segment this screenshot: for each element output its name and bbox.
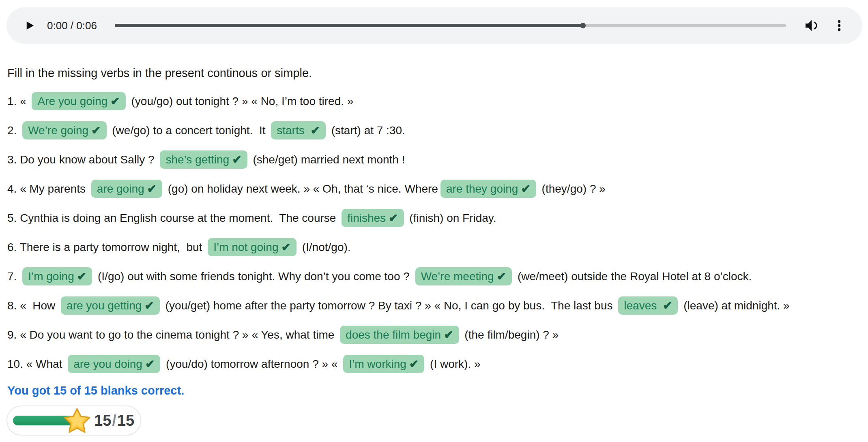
answer-chip[interactable]: I’m working✔ bbox=[343, 355, 424, 373]
sentence-text: 8. « How bbox=[7, 299, 58, 312]
audio-timeline[interactable] bbox=[115, 24, 786, 27]
check-icon: ✔ bbox=[521, 182, 530, 195]
score-total: 15 bbox=[117, 412, 134, 429]
answer-text: We’re meeting bbox=[421, 270, 494, 283]
sentence-text: (you/go) out tonight ? » « No, I’m too t… bbox=[128, 95, 354, 107]
answer-chip[interactable]: I’m not going✔ bbox=[208, 238, 296, 256]
check-icon: ✔ bbox=[281, 241, 290, 253]
answer-text: starts bbox=[277, 124, 307, 137]
exercise-line: 4. « My parents are going✔ (go) on holid… bbox=[7, 180, 862, 198]
answer-text: are going bbox=[97, 182, 144, 195]
sentence-text: 9. « Do you want to go to the cinema ton… bbox=[7, 328, 337, 341]
sentence-text: 10. « What bbox=[7, 358, 65, 370]
answer-chip[interactable]: leaves ✔ bbox=[618, 296, 678, 315]
sentence-text: (she/get) married next month ! bbox=[250, 153, 405, 166]
exercise-line: 3. Do you know about Sally ? she’s getti… bbox=[7, 150, 862, 169]
sentence-text: 1. « bbox=[7, 95, 29, 107]
check-icon: ✔ bbox=[110, 95, 120, 107]
volume-button[interactable] bbox=[802, 16, 821, 35]
exercise-line: 2. We’re going✔ (we/go) to a concert ton… bbox=[7, 121, 862, 140]
audio-time: 0:00 / 0:06 bbox=[47, 19, 97, 32]
sentence-text: 2. bbox=[7, 124, 20, 137]
check-icon: ✔ bbox=[409, 358, 419, 370]
answer-chip[interactable]: does the film begin✔ bbox=[340, 326, 459, 344]
exercise-line: 7. I’m going✔ (I/go) out with some frien… bbox=[7, 267, 862, 286]
answer-text: I’m not going bbox=[213, 241, 278, 253]
check-icon: ✔ bbox=[311, 124, 320, 137]
answer-text: Are you going bbox=[37, 95, 107, 107]
answer-text: finishes bbox=[347, 212, 386, 224]
answer-chip[interactable]: she’s getting✔ bbox=[160, 150, 247, 169]
answer-chip[interactable]: Are you going✔ bbox=[32, 92, 125, 110]
sentence-text: (you/do) tomorrow afternoon ? » « bbox=[163, 358, 341, 370]
answer-chip[interactable]: are you getting✔ bbox=[61, 296, 160, 315]
exercise-line: 8. « How are you getting✔ (you/get) home… bbox=[7, 296, 862, 315]
sentence-text: (the film/begin) ? » bbox=[462, 328, 559, 341]
check-icon: ✔ bbox=[91, 124, 101, 137]
kebab-menu-icon bbox=[832, 19, 846, 32]
sentence-text: (I/go) out with some friends tonight. Wh… bbox=[95, 270, 413, 283]
play-icon bbox=[23, 19, 35, 32]
exercise-line: 6. There is a party tomorrow night, but … bbox=[7, 238, 862, 257]
answer-chip[interactable]: are you doing✔ bbox=[68, 355, 160, 373]
answer-chip[interactable]: We’re meeting✔ bbox=[415, 267, 512, 285]
score-text: 15/15 bbox=[94, 412, 134, 429]
check-icon: ✔ bbox=[663, 299, 672, 312]
answer-text: I’m working bbox=[349, 358, 406, 370]
sentence-text: 5. Cynthia is doing an English course at… bbox=[7, 212, 339, 224]
sentence-text: (we/go) to a concert tonight. It bbox=[109, 124, 269, 137]
exercise-line: 5. Cynthia is doing an English course at… bbox=[7, 209, 862, 227]
volume-icon bbox=[804, 17, 820, 34]
answer-chip[interactable]: We’re going✔ bbox=[22, 121, 106, 139]
sentence-text: (I work). » bbox=[427, 358, 480, 370]
sentence-text: (leave) at midnight. » bbox=[680, 299, 789, 312]
exercise-line: 1. « Are you going✔ (you/go) out tonight… bbox=[7, 92, 862, 111]
answer-text: are you getting bbox=[67, 299, 142, 312]
sentence-text: (I/not/go). bbox=[299, 241, 351, 253]
sentence-text: (they/go) ? » bbox=[539, 182, 606, 195]
sentence-text: 7. bbox=[7, 270, 20, 283]
exercise-page: 0:00 / 0:06 Fill in the missing verbs in… bbox=[0, 0, 868, 436]
check-icon: ✔ bbox=[389, 212, 398, 224]
check-icon: ✔ bbox=[232, 153, 241, 166]
answer-text: are they going bbox=[446, 182, 518, 195]
timeline-thumb[interactable] bbox=[580, 23, 586, 28]
check-icon: ✔ bbox=[144, 299, 154, 312]
check-icon: ✔ bbox=[145, 358, 155, 370]
exercise-instructions: Fill in the missing verbs in the present… bbox=[7, 67, 862, 80]
answer-chip[interactable]: starts ✔ bbox=[271, 121, 326, 139]
play-button[interactable] bbox=[20, 17, 38, 34]
sentence-text: (go) on holiday next week. » « Oh, that … bbox=[165, 182, 438, 195]
overflow-menu-button[interactable] bbox=[830, 16, 849, 35]
score-widget: 15/15 bbox=[6, 406, 141, 436]
score-correct: 15 bbox=[94, 412, 111, 429]
answer-text: We’re going bbox=[28, 124, 88, 137]
sentence-text: 3. Do you know about Sally ? bbox=[7, 153, 157, 166]
sentence-text: 4. « My parents bbox=[7, 182, 89, 195]
exercise-lines: 1. « Are you going✔ (you/go) out tonight… bbox=[7, 92, 862, 373]
sentence-text: (finish) on Friday. bbox=[406, 212, 496, 224]
sentence-text: (we/meet) outside the Royal Hotel at 8 o… bbox=[514, 270, 752, 283]
answer-text: leaves bbox=[624, 299, 660, 312]
sentence-text: 6. There is a party tomorrow night, but bbox=[7, 241, 205, 253]
answer-chip[interactable]: are they going✔ bbox=[440, 180, 536, 198]
answer-chip[interactable]: I’m going✔ bbox=[22, 267, 92, 285]
answer-chip[interactable]: finishes✔ bbox=[342, 209, 404, 227]
sentence-text: (start) at 7 :30. bbox=[328, 124, 405, 137]
audio-player: 0:00 / 0:06 bbox=[6, 7, 862, 44]
score-slash: / bbox=[111, 412, 117, 429]
answer-text: are you doing bbox=[73, 358, 142, 370]
check-icon: ✔ bbox=[497, 270, 506, 283]
sentence-text: (you/get) home after the party tomorrow … bbox=[162, 299, 616, 312]
answer-text: does the film begin bbox=[346, 328, 441, 341]
answer-text: she’s getting bbox=[165, 153, 229, 166]
timeline-played bbox=[115, 24, 585, 27]
answer-text: I’m going bbox=[28, 270, 74, 283]
result-message: You got 15 of 15 blanks correct. bbox=[7, 384, 862, 397]
answer-chip[interactable]: are going✔ bbox=[91, 180, 162, 198]
exercise-line: 10. « What are you doing✔ (you/do) tomor… bbox=[7, 355, 862, 373]
check-icon: ✔ bbox=[77, 270, 86, 283]
check-icon: ✔ bbox=[147, 182, 157, 195]
star-icon bbox=[64, 408, 90, 433]
exercise-line: 9. « Do you want to go to the cinema ton… bbox=[7, 326, 862, 344]
